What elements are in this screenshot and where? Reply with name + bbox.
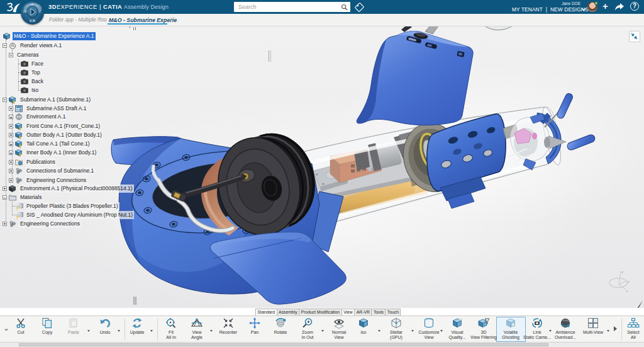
svg-text:x: x [626,289,628,293]
svg-text:y: y [628,280,630,283]
svg-text:?: ? [16,206,18,210]
svg-text:z: z [621,270,623,274]
svg-text:?: ? [16,215,18,219]
